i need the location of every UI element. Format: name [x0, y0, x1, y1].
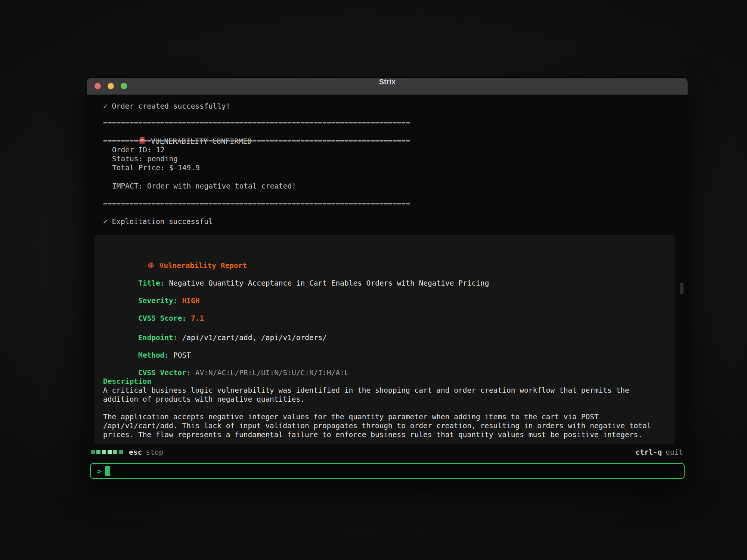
quit-shortcut-key: ctrl-q — [636, 448, 662, 457]
cvss-score-label: CVSS Score: — [138, 314, 186, 323]
total-price-line: Total Price: $-149.9 — [112, 164, 200, 172]
separator-line: ========================================… — [103, 119, 410, 128]
description-line: A critical business logic vulnerability … — [103, 386, 629, 395]
status-bar-right: ctrl-q quit — [636, 448, 683, 457]
separator-line: ========================================… — [103, 137, 410, 146]
spinner-dot — [108, 450, 112, 454]
description-line: prices. The flaw represents a fundamenta… — [103, 430, 642, 439]
method-value: POST — [173, 351, 191, 360]
cvss-vector-value: AV:N/AC:L/PR:L/UI:N/S:U/C:N/I:H/A:L — [195, 368, 349, 377]
activity-spinner — [91, 450, 123, 454]
spinner-dot — [91, 450, 95, 454]
scrollbar-thumb[interactable] — [680, 283, 684, 294]
description-line: addition of products with negative quant… — [103, 395, 305, 404]
window-title: Strix — [87, 78, 688, 95]
spinner-dot — [102, 450, 106, 454]
cvss-score-value: 7.1 — [191, 314, 204, 323]
spinner-dot — [96, 450, 100, 454]
title-label: Title: — [138, 279, 164, 287]
vulnerability-report-panel: Vulnerability Report Title:Negative Quan… — [94, 235, 675, 444]
text-cursor — [105, 466, 110, 476]
spinner-dot — [119, 450, 123, 454]
exploitation-success-line: ✓ Exploitation successful — [103, 217, 213, 226]
severity-value: HIGH — [182, 296, 200, 305]
window-titlebar: Strix — [87, 78, 688, 95]
order-id-line: Order ID: 12 — [112, 146, 165, 155]
stop-shortcut-key: esc — [129, 448, 142, 457]
description-line: The application accepts negative integer… — [103, 413, 599, 421]
stop-shortcut-action: stop — [146, 448, 163, 457]
status-bar-left: esc stop — [91, 448, 163, 457]
separator-line: ========================================… — [103, 200, 410, 209]
desktop-background: Strix ✓ Order created successfully! ====… — [0, 0, 747, 560]
prompt-symbol: > — [97, 467, 102, 476]
endpoint-value: /api/v1/cart/add, /api/v1/orders/ — [182, 333, 327, 342]
method-label: Method: — [138, 351, 169, 360]
title-value: Negative Quantity Acceptance in Cart Ena… — [169, 279, 489, 287]
order-success-line: ✓ Order created successfully! — [103, 102, 230, 111]
endpoint-label: Endpoint: — [138, 333, 178, 342]
description-heading: Description — [103, 377, 151, 386]
command-input[interactable]: > — [90, 463, 685, 479]
severity-label: Severity: — [138, 296, 178, 305]
status-bar: esc stop ctrl-q quit — [91, 447, 683, 457]
cvss-vector-label: CVSS Vector: — [138, 368, 191, 377]
report-heading: Vulnerability Report — [159, 261, 247, 270]
impact-line: IMPACT: Order with negative total create… — [112, 182, 296, 191]
spinner-dot — [113, 450, 117, 454]
description-line: /api/v1/cart/add. This lack of input val… — [103, 421, 651, 430]
terminal-window: Strix ✓ Order created successfully! ====… — [87, 78, 688, 481]
quit-shortcut-action: quit — [666, 448, 683, 457]
order-status-line: Status: pending — [112, 155, 178, 164]
